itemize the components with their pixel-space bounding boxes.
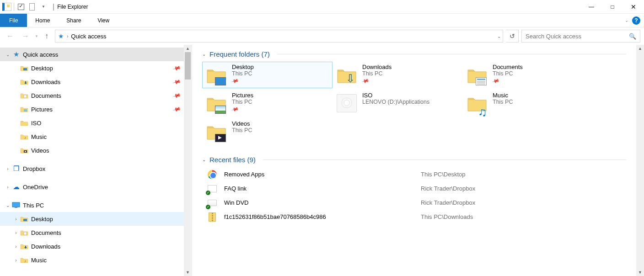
folder-location: This PC: [232, 99, 253, 105]
recent-file-row[interactable]: ✓Win DVDRick Trader\Dropbox: [202, 196, 626, 210]
tree-item-music[interactable]: ♪Music: [0, 130, 191, 143]
tree-dropbox[interactable]: › ❐ Dropbox: [0, 162, 191, 175]
tree-label: Quick access: [23, 51, 58, 58]
tree-item-downloads[interactable]: Downloads📌: [0, 75, 191, 89]
tree-item-documents[interactable]: Documents📌: [0, 89, 191, 102]
scroll-down-icon[interactable]: ▼: [184, 269, 192, 276]
chevron-right-icon[interactable]: ›: [13, 217, 19, 222]
folder-location: This PC: [232, 127, 252, 133]
tree-item-iso[interactable]: ISO: [0, 116, 191, 130]
up-button[interactable]: ↑: [41, 30, 52, 42]
chevron-right-icon[interactable]: ›: [5, 166, 11, 171]
folder-card-desktop[interactable]: DesktopThis PC📌: [202, 62, 333, 88]
tree-this-pc[interactable]: ⌄ This PC: [0, 198, 191, 212]
new-folder-icon[interactable]: [27, 2, 37, 12]
chevron-right-icon[interactable]: ›: [13, 244, 19, 249]
pin-icon: 📌: [172, 64, 182, 73]
recent-files-header[interactable]: ⌄ Recent files (9): [202, 156, 626, 164]
properties-icon[interactable]: [16, 2, 26, 12]
refresh-button[interactable]: ↺: [506, 30, 519, 42]
breadcrumb-location[interactable]: Quick access: [71, 33, 106, 40]
scrollbar-thumb[interactable]: [185, 52, 191, 80]
music-overlay-icon: ♫: [478, 108, 489, 116]
tree-label: Documents: [31, 229, 61, 236]
tree-item-documents[interactable]: ›Documents: [0, 226, 191, 239]
title-separator: |: [53, 3, 54, 11]
scroll-down-icon[interactable]: ▼: [636, 269, 644, 276]
frequent-folders-header[interactable]: ⌄ Frequent folders (7): [202, 50, 626, 58]
file-path: Rick Trader\Dropbox: [421, 185, 475, 192]
cloud-icon: ☁: [12, 183, 20, 191]
history-dropdown-icon[interactable]: ▼: [35, 34, 38, 38]
search-input[interactable]: [526, 33, 625, 40]
explorer-icon[interactable]: [2, 2, 12, 12]
chrome-icon: [208, 170, 217, 179]
back-button[interactable]: ←: [4, 30, 16, 42]
tree-label: OneDrive: [23, 184, 48, 191]
search-icon[interactable]: 🔍: [629, 33, 636, 40]
tree-item-desktop[interactable]: ›Desktop: [0, 212, 191, 226]
forward-button[interactable]: →: [19, 30, 32, 42]
tab-share[interactable]: Share: [58, 14, 89, 27]
tree-onedrive[interactable]: › ☁ OneDrive: [0, 180, 191, 194]
recent-file-row[interactable]: ✓FAQ linkRick Trader\Dropbox: [202, 181, 626, 196]
tree-label: Music: [31, 133, 47, 140]
picture-overlay-icon: [215, 106, 226, 114]
qat-dropdown-icon[interactable]: ▼: [38, 2, 48, 12]
content-scrollbar[interactable]: ▲ ▼: [636, 45, 644, 276]
zip-icon: [209, 212, 216, 222]
chevron-down-icon[interactable]: ⌄: [202, 157, 206, 162]
folder-icon: [20, 91, 28, 100]
address-bar[interactable]: ★ › Quick access ⌄: [55, 30, 503, 42]
folder-icon: [205, 121, 227, 143]
folder-card-iso[interactable]: ISOLENOVO (D:)\Applications: [333, 90, 463, 117]
scroll-up-icon[interactable]: ▲: [636, 45, 644, 52]
tree-label: Dropbox: [23, 165, 45, 172]
tree-label: Documents: [31, 92, 61, 99]
help-icon[interactable]: ?: [632, 16, 640, 25]
address-dropdown-icon[interactable]: ⌄: [497, 34, 501, 39]
chevron-right-icon[interactable]: ›: [13, 258, 19, 263]
file-tab[interactable]: File: [0, 14, 27, 27]
ribbon-expand-icon[interactable]: ⌄: [625, 18, 628, 23]
folder-card-documents[interactable]: DocumentsThis PC📌: [463, 62, 593, 88]
chevron-down-icon[interactable]: ⌄: [202, 52, 206, 57]
tree-item-music[interactable]: ›♪Music: [0, 253, 191, 267]
svg-rect-2: [24, 109, 27, 111]
tree-item-downloads[interactable]: ›Downloads: [0, 239, 191, 253]
minimize-button[interactable]: —: [581, 0, 602, 14]
folder-icon: [20, 105, 28, 113]
tree-item-videos[interactable]: ▶Videos: [0, 143, 191, 157]
svg-text:♪: ♪: [24, 136, 26, 140]
document-overlay-icon: [476, 77, 487, 85]
tab-home[interactable]: Home: [27, 14, 58, 27]
tree-label: Downloads: [31, 79, 60, 85]
recent-file-row[interactable]: Removed AppsThis PC\Desktop: [202, 167, 626, 181]
folder-card-music[interactable]: ♫MusicThis PC: [463, 90, 593, 117]
recent-file-row[interactable]: f1c152631f86b51bae70768586b4c986This PC\…: [202, 210, 626, 224]
sync-badge-icon: ✓: [206, 205, 210, 209]
window-title: File Explorer: [57, 4, 88, 10]
tree-quick-access[interactable]: ⌄ ★ Quick access: [0, 48, 191, 61]
breadcrumb-caret-icon[interactable]: ›: [67, 34, 68, 39]
tree-item-desktop[interactable]: Desktop📌: [0, 61, 191, 75]
tree-scrollbar[interactable]: ▲ ▼: [184, 45, 192, 276]
chevron-right-icon[interactable]: ›: [5, 185, 11, 190]
chevron-down-icon[interactable]: ⌄: [5, 52, 11, 57]
pin-icon: 📌: [231, 105, 239, 113]
title-bar: ▼ | File Explorer — □ ✕: [0, 0, 644, 14]
chevron-down-icon[interactable]: ⌄: [5, 203, 11, 208]
scroll-up-icon[interactable]: ▲: [184, 45, 192, 52]
folder-card-downloads[interactable]: ⇩DownloadsThis PC📌: [333, 62, 463, 88]
desktop-overlay-icon: [215, 77, 226, 85]
tree-item-pictures[interactable]: Pictures📌: [0, 102, 191, 116]
file-name: Win DVD: [224, 199, 421, 206]
folder-card-videos[interactable]: VideosThis PC: [202, 118, 333, 145]
close-button[interactable]: ✕: [623, 0, 644, 14]
maximize-button[interactable]: □: [602, 0, 623, 14]
chevron-right-icon[interactable]: ›: [13, 230, 19, 235]
tab-view[interactable]: View: [89, 14, 118, 27]
folder-card-pictures[interactable]: PicturesThis PC📌: [202, 90, 333, 117]
search-box[interactable]: 🔍: [521, 30, 640, 42]
tree-label: Desktop: [31, 216, 53, 223]
